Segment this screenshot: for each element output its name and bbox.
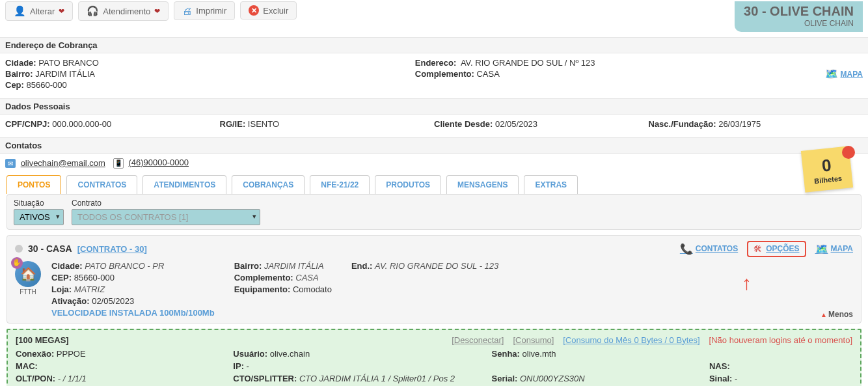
bilhetes-label: Bilhetes [814, 174, 843, 184]
tab-pontos[interactable]: PONTOS [7, 175, 61, 194]
tab-mensagens[interactable]: MENSAGENS [446, 175, 519, 194]
contract-box: 30 - CASA [CONTRATO - 30] 📞 CONTATOS 🛠 O… [7, 235, 861, 324]
bairro-value: JARDIM ITÁLIA [35, 69, 95, 79]
no-login-text: [Não houveram logins até o momento] [709, 335, 852, 345]
bilhetes-sticky[interactable]: 0 Bilhetes [803, 148, 855, 194]
map-icon: 🗺️ [815, 243, 828, 255]
cep-value: 85660-000 [27, 80, 67, 90]
close-icon: ✕ [249, 5, 259, 16]
ftth-label: FTTH [20, 288, 36, 296]
toolbar: 👤 Alterar ❤ 🎧 Atendimento ❤ 🖨 Imprimir ✕… [0, 0, 868, 33]
excluir-label: Excluir [263, 6, 288, 16]
c-bairro-value: JARDIM ITÁLIA [264, 261, 324, 271]
alterar-label: Alterar [30, 7, 55, 16]
tab-contratos[interactable]: CONTRATOS [66, 175, 137, 194]
mac-label: MAC: [16, 361, 38, 371]
situacao-label: Situação [14, 199, 64, 208]
ip-value: - [247, 361, 249, 371]
pin-icon [842, 146, 855, 159]
callout-arrow-icon: ↑ [742, 272, 752, 294]
speed-label: VELOCIDADE INSTALADA 100Mb/100Mb [51, 308, 215, 318]
c-bairro-label: Bairro: [234, 261, 262, 271]
email-link[interactable]: olivechain@email.com [21, 158, 105, 168]
conexao-value: PPPOE [57, 349, 86, 359]
headset-icon: 🎧 [87, 5, 99, 17]
tab-atendimentos[interactable]: ATENDIMENTOS [142, 175, 226, 194]
usuario-value: olive.chain [270, 349, 310, 359]
client-badge: 30 - OLIVE CHAIN OLIVE CHAIN [735, 1, 863, 32]
printer-icon: 🖨 [182, 5, 192, 16]
mapa-action[interactable]: 🗺️ MAPA [815, 243, 853, 255]
client-id-name: 30 - OLIVE CHAIN [744, 4, 854, 19]
cpf-value: 000.000.000-00 [52, 119, 111, 129]
c-cidade-label: Cidade: [51, 261, 83, 271]
endereco-label: Endereco: [415, 58, 457, 68]
dados-section-title: Dados Pessoais [0, 98, 868, 115]
c-compl-label: Complemento: [234, 273, 293, 283]
c-end-label: End.: [351, 261, 373, 271]
ip-label: IP: [233, 361, 244, 371]
contract-title: 30 - CASA [28, 243, 72, 254]
atendimento-label: Atendimento [103, 7, 150, 16]
bairro-label: Bairro: [5, 69, 33, 79]
status-dot [15, 245, 23, 253]
tab-extras[interactable]: EXTRAS [524, 175, 578, 194]
hand-icon: ✋ [11, 257, 23, 269]
mapa-link[interactable]: MAPA [841, 70, 863, 79]
user-icon: 👤 [14, 5, 26, 17]
imprimir-button[interactable]: 🖨 Imprimir [174, 1, 235, 20]
tools-icon: 🛠 [753, 244, 762, 254]
desde-label: Cliente Desde: [434, 119, 493, 129]
endereco-section-title: Endereço de Cobrança [0, 37, 868, 53]
contatos-action[interactable]: 📞 CONTATOS [680, 243, 738, 255]
situacao-select[interactable]: ATIVOS [14, 209, 64, 225]
imprimir-label: Imprimir [196, 6, 226, 16]
tab-cobrancas[interactable]: COBRANÇAS [232, 175, 305, 194]
consumo-mes-link[interactable]: [Consumo do Mês 0 Bytes / 0 Bytes] [563, 335, 699, 345]
c-cep-label: CEP: [51, 273, 72, 283]
rg-label: RG/IE: [220, 119, 246, 129]
c-ativ-value: 02/05/2023 [92, 296, 134, 306]
olt-value: - / 1/1/1 [58, 374, 87, 383]
complemento-value: CASA [476, 69, 499, 79]
c-cidade-value: PATO BRANCO - PR [85, 261, 164, 271]
nasc-value: 26/03/1975 [718, 119, 761, 129]
nasc-label: Nasc./Fundação: [649, 119, 716, 129]
connection-box: [100 MEGAS] [Desconectar] [Consumo] [Con… [7, 329, 861, 387]
contatos-section-title: Contatos [0, 137, 868, 154]
menos-toggle[interactable]: ▲Menos [821, 310, 853, 319]
tab-nfe[interactable]: NFE-21/22 [310, 175, 370, 194]
opcoes-action[interactable]: OPÇÕES [766, 244, 799, 253]
sinal-value: - [735, 374, 737, 383]
phone-link[interactable]: (46)90000-0000 [129, 158, 189, 167]
bilhetes-count: 0 [821, 155, 833, 176]
desde-value: 02/05/2023 [495, 119, 537, 129]
c-equip-value: Comodato [293, 284, 332, 294]
serial-label: Serial: [492, 374, 518, 383]
contrato-select[interactable]: TODOS OS CONTRATOS [1] [72, 209, 260, 225]
rg-value: ISENTO [248, 119, 279, 129]
plan-label: [100 MEGAS] [16, 335, 69, 345]
consumo-link[interactable]: [Consumo] [513, 335, 554, 345]
complemento-label: Complemento: [415, 69, 474, 79]
excluir-button[interactable]: ✕ Excluir [240, 1, 297, 20]
chevron-down-icon: ❤ [59, 7, 64, 16]
serial-value: ONU000YZS30N [520, 374, 585, 383]
usuario-label: Usuário: [233, 349, 267, 359]
contatos-section: ✉ olivechain@email.com 📱 (46)90000-0000 … [0, 154, 868, 172]
filters: Situação ATIVOS Contrato TODOS OS CONTRA… [7, 194, 861, 230]
alterar-button[interactable]: 👤 Alterar ❤ [5, 1, 73, 21]
c-equip-label: Equipamento: [234, 284, 291, 294]
tabs: PONTOS CONTRATOS ATENDIMENTOS COBRANÇAS … [0, 175, 868, 194]
conexao-label: Conexão: [16, 349, 54, 359]
c-ativ-label: Ativação: [51, 296, 90, 306]
c-loja-value: MATRIZ [74, 284, 105, 294]
desconectar-link[interactable]: [Desconectar] [452, 335, 504, 345]
tab-produtos[interactable]: PRODUTOS [375, 175, 441, 194]
endereco-value: AV. RIO GRANDE DO SUL / Nº 123 [461, 58, 595, 68]
c-compl-value: CASA [295, 273, 318, 283]
client-name: OLIVE CHAIN [744, 19, 854, 28]
contract-link[interactable]: [CONTRATO - 30] [77, 244, 147, 254]
c-cep-value: 85660-000 [74, 273, 115, 283]
atendimento-button[interactable]: 🎧 Atendimento ❤ [78, 1, 169, 21]
